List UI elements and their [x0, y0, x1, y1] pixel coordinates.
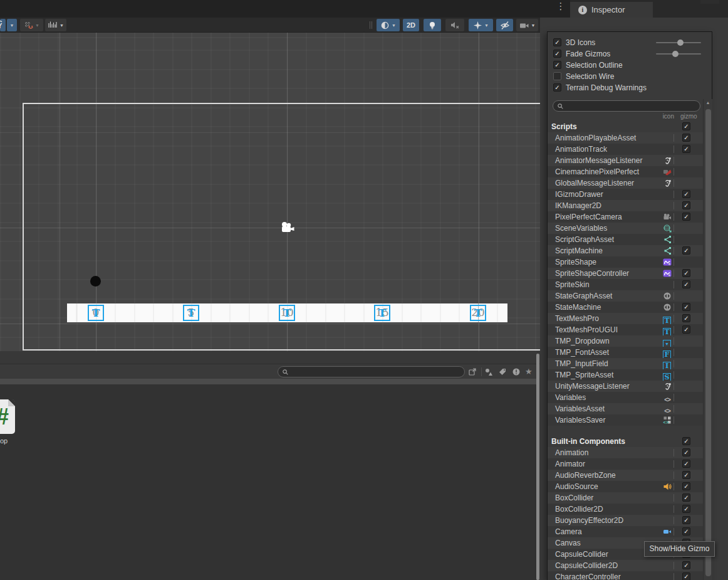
gizmo-list-row[interactable]: SpriteSkin✓ — [548, 279, 703, 290]
scene-window-menu-icon[interactable]: ⋮ — [555, 0, 566, 13]
gizmo-list-row[interactable]: AnimationTrack✓ — [548, 144, 703, 155]
scene-lighting-button[interactable] — [424, 19, 441, 31]
script-graph-icon[interactable] — [663, 235, 672, 244]
gizmo-checkbox[interactable]: ✓ — [682, 471, 690, 479]
hidden-objects-button[interactable] — [496, 19, 513, 31]
scrollbar-thumb[interactable] — [705, 109, 711, 576]
section-gizmo-checkbox[interactable]: ✓ — [682, 437, 690, 445]
ear-icon[interactable] — [663, 382, 672, 391]
gizmo-list-row[interactable]: TMP_FontAssetF — [548, 347, 703, 358]
grid-snapping-button[interactable]: ▼ — [20, 19, 43, 31]
2d-mode-button[interactable]: 2D — [403, 19, 419, 31]
gizmo-list-row[interactable]: SceneVariables — [548, 223, 703, 234]
pivot-dropdown-button[interactable]: ▼ — [7, 19, 17, 31]
csharp-script-asset[interactable]: # — [0, 399, 15, 434]
ear-icon[interactable] — [663, 179, 672, 187]
search-input[interactable] — [291, 367, 460, 376]
gizmo-checkbox[interactable]: ✓ — [682, 269, 690, 277]
text-marker-gizmo[interactable]: 20T — [470, 305, 486, 321]
tmp-dropdown-icon[interactable]: ▼ — [663, 337, 672, 345]
filter-by-label-icon[interactable] — [497, 367, 507, 376]
tmp-t-icon[interactable]: T — [663, 325, 672, 334]
gizmo-list-row[interactable]: AnimationPlayableAsset✓ — [548, 132, 703, 144]
camera-gizmo-icon[interactable] — [279, 221, 295, 234]
audio-mute-button[interactable] — [445, 19, 464, 31]
audio-icon[interactable] — [663, 482, 672, 491]
cinemachine-icon[interactable] — [663, 167, 672, 176]
gizmo-checkbox[interactable]: ✓ — [682, 493, 690, 502]
gizmo-checkbox[interactable]: ✓ — [682, 280, 690, 288]
scene-variables-icon[interactable] — [663, 224, 672, 233]
hidden-count-icon[interactable] — [511, 367, 521, 376]
gizmo-list-row[interactable]: IGizmoDrawer✓ — [548, 189, 703, 200]
gizmo-list-row[interactable]: StateGraphAsset — [548, 290, 703, 302]
gizmo-list-row[interactable]: UnityMessageListener — [548, 381, 703, 392]
state-icon[interactable] — [663, 292, 672, 300]
draw-mode-button[interactable]: ▼ — [377, 19, 400, 31]
gizmo-checkbox[interactable]: ✓ — [682, 145, 690, 153]
circle-sprite[interactable] — [90, 276, 101, 287]
gizmo-list-row[interactable]: AudioReverbZone✓ — [548, 470, 703, 481]
gizmo-list-row[interactable]: TextMeshProUGUIT✓ — [548, 324, 703, 335]
gizmo-checkbox[interactable]: ✓ — [682, 561, 690, 569]
code-icon[interactable]: <> — [663, 393, 672, 402]
variables-saver-icon[interactable]: <> — [663, 416, 672, 424]
tmp-s-icon[interactable]: S — [663, 371, 672, 379]
pivot-orientation-button[interactable]: Y — [0, 19, 6, 31]
sprite-shape-icon[interactable] — [663, 258, 672, 266]
text-marker-gizmo[interactable]: 15T — [374, 305, 390, 321]
gizmo-checkbox[interactable]: ✓ — [682, 448, 690, 456]
gizmo-list-row[interactable]: SpriteShape — [548, 256, 703, 268]
camera-view-button[interactable]: ▼ — [516, 19, 538, 31]
script-graph-icon[interactable] — [663, 246, 672, 255]
gizmo-list-row[interactable]: SpriteShapeController✓ — [548, 268, 703, 279]
gizmo-list-row[interactable]: BoxCollider✓ — [548, 492, 703, 504]
open-in-window-icon[interactable] — [467, 367, 477, 376]
gizmo-checkbox[interactable]: ✓ — [682, 246, 690, 255]
camera-gray-icon[interactable] — [663, 213, 672, 221]
toolbar-drag-handle[interactable] — [372, 21, 372, 29]
gizmo-checkbox[interactable]: ✓ — [682, 505, 690, 513]
scene-view[interactable]: 0T5T10T15T20T — [0, 33, 547, 351]
text-marker-gizmo[interactable]: 10T — [279, 305, 295, 321]
state-icon[interactable] — [663, 303, 672, 312]
gizmo-checkbox[interactable]: ✓ — [682, 460, 690, 468]
project-asset-grid[interactable]: # op — [0, 384, 536, 580]
gizmo-list-row[interactable]: AudioSource✓ — [548, 481, 703, 492]
gizmo-checkbox[interactable]: ✓ — [682, 325, 690, 334]
filter-by-type-icon[interactable] — [484, 367, 494, 376]
gizmo-list-row[interactable]: CharacterController✓ — [548, 571, 703, 580]
scroll-up-icon[interactable]: ▲ — [704, 100, 712, 105]
gizmo-list-row[interactable]: ScriptMachine✓ — [548, 245, 703, 256]
gizmo-list-row[interactable]: BuoyancyEffector2D✓ — [548, 515, 703, 526]
gizmo-checkbox[interactable]: ✓ — [682, 303, 690, 311]
effects-visibility-button[interactable]: ▼ — [469, 19, 493, 31]
gizmo-list-row[interactable]: StateMachine✓ — [548, 302, 703, 313]
project-search-field[interactable] — [278, 366, 465, 377]
gizmo-list-row[interactable]: CapsuleCollider2D✓ — [548, 560, 703, 571]
gizmo-checkbox[interactable]: ✓ — [682, 314, 690, 322]
tmp-i-icon[interactable]: I — [663, 359, 672, 368]
gizmo-list-row[interactable]: CinemachinePixelPerfect — [548, 166, 703, 177]
gizmo-list-row[interactable]: TMP_InputFieldI — [548, 358, 703, 369]
sprite-shape-icon[interactable] — [663, 269, 672, 278]
gizmo-checkbox[interactable]: ✓ — [682, 516, 690, 524]
text-marker-gizmo[interactable]: 5T — [183, 305, 199, 321]
gizmo-list-row[interactable]: GlobalMessageListener — [548, 177, 703, 189]
gizmo-list-row[interactable]: Variables<> — [548, 392, 703, 403]
gizmo-list-row[interactable]: AnimatorMessageListener — [548, 155, 703, 166]
gizmo-list-row[interactable]: ScriptGraphAsset — [548, 234, 703, 245]
ear-icon[interactable] — [663, 156, 672, 165]
tmp-f-icon[interactable]: F — [663, 348, 672, 357]
save-search-star-icon[interactable]: ★ — [525, 367, 535, 376]
gizmo-checkbox[interactable]: ✓ — [682, 201, 690, 209]
gizmo-checkbox[interactable]: ✓ — [682, 482, 690, 490]
section-gizmo-checkbox[interactable]: ✓ — [682, 122, 690, 130]
camera-blue-icon[interactable] — [663, 527, 672, 536]
panel-scrollbar[interactable] — [536, 354, 539, 580]
gizmo-list-row[interactable]: TMP_Dropdown▼ — [548, 335, 703, 347]
gizmos-list-scrollbar[interactable]: ▲ — [703, 99, 712, 580]
gizmo-list-row[interactable]: Animation✓ — [548, 447, 703, 458]
gizmo-checkbox[interactable]: ✓ — [682, 527, 690, 535]
gizmo-list-row[interactable]: TMP_SpriteAssetS — [548, 369, 703, 381]
